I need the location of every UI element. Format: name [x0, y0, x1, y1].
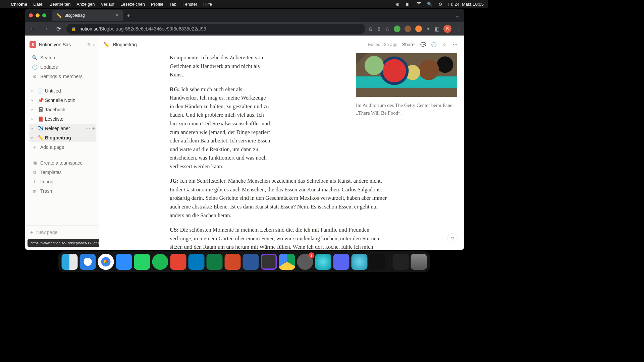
sidebar-page-leseliste[interactable]: ▸📕Leseliste	[29, 114, 96, 123]
dock-spotify[interactable]	[152, 254, 168, 270]
share-icon[interactable]: ⇪	[377, 26, 381, 32]
dock-system-settings[interactable]: 1	[297, 254, 313, 270]
bookmark-star-icon[interactable]: ☆	[385, 26, 390, 32]
share-button[interactable]: Share	[401, 42, 416, 47]
notebook-icon: 📓	[38, 107, 44, 112]
dock-safari[interactable]	[80, 254, 96, 270]
dock-trash[interactable]	[411, 254, 427, 270]
menu-tab[interactable]: Tab	[169, 2, 176, 7]
reload-button[interactable]: ⟳	[54, 26, 63, 32]
sidebar-new-page[interactable]: + New page	[26, 225, 99, 239]
paragraph[interactable]: JG: Ich bin Schriftsteller. Manche Mensc…	[170, 177, 388, 220]
menu-datei[interactable]: Datei	[33, 2, 43, 7]
clock-icon: 🕒	[32, 64, 38, 70]
dock-zoom[interactable]	[116, 254, 132, 270]
new-tab-button[interactable]: +	[127, 12, 130, 19]
sidebar-settings[interactable]: ⚙Settings & members	[29, 72, 96, 81]
dock-discord[interactable]	[333, 254, 350, 270]
paragraph[interactable]: Komponente. Ich sehe das Zubereiten von …	[170, 53, 267, 79]
sidebar-page-tagebuch[interactable]: ▸📓Tagebuch	[29, 105, 96, 114]
menu-fenster[interactable]: Fenster	[182, 2, 197, 7]
menu-profile[interactable]: Profile	[151, 2, 163, 7]
notion-sidebar: S Notion von Sas… ⇅ « 🔍Search 🕒Updates ⚙…	[26, 37, 99, 249]
dock-word[interactable]	[243, 254, 259, 270]
chevron-right-icon[interactable]: ▸	[32, 136, 36, 139]
sidebar-page-blogbeitrag[interactable]: ▸✏️Blogbeitrag	[29, 133, 96, 142]
google-translate-icon[interactable]: G	[369, 26, 373, 32]
dock-voice-memos[interactable]	[370, 254, 386, 270]
menu-lesezeichen[interactable]: Lesezeichen	[120, 2, 145, 7]
dock-whatsapp[interactable]	[134, 254, 150, 270]
sidebar-page-schnelle-notiz[interactable]: ▸📌Schnelle Notiz	[29, 96, 96, 105]
extension-orange-icon[interactable]	[415, 25, 422, 32]
collapse-sidebar-icon[interactable]: «	[93, 42, 96, 47]
dock-excel[interactable]	[207, 254, 223, 270]
dock-google-drive[interactable]	[279, 254, 295, 270]
paragraph[interactable]: RG: Ich sehe mich auch eher als Handwerk…	[170, 85, 270, 171]
menu-anzeigen[interactable]: Anzeigen	[76, 2, 95, 7]
page-more-icon[interactable]: ⋯	[86, 126, 90, 131]
dock-imovie[interactable]	[261, 254, 277, 270]
page-add-icon[interactable]: +	[92, 126, 95, 131]
sidebar-add-page[interactable]: +Add a page	[29, 142, 96, 152]
tab-close-icon[interactable]: ✕	[115, 13, 119, 18]
extension-brown-icon[interactable]	[405, 25, 411, 32]
more-menu-icon[interactable]: ⋯	[451, 42, 459, 47]
window-maximize-button[interactable]	[42, 13, 46, 17]
dock-mission-control[interactable]	[393, 254, 409, 270]
sidebar-page-reiseplaner[interactable]: ▸✈️Reiseplaner ⋯+	[29, 124, 96, 133]
dock-finder[interactable]	[62, 254, 78, 270]
spotlight-icon[interactable]: 🔍	[427, 1, 432, 7]
wifi-icon[interactable]	[416, 1, 422, 7]
menu-hilfe[interactable]: Hilfe	[203, 2, 212, 7]
window-minimize-button[interactable]	[36, 13, 40, 17]
plus-icon: +	[32, 144, 38, 150]
battery-icon[interactable]: ▮▯	[406, 1, 411, 7]
comments-icon[interactable]: 💬	[419, 42, 427, 47]
breadcrumb-title[interactable]: Blogbeitrag	[113, 42, 137, 47]
profile-avatar[interactable]: S	[443, 25, 451, 33]
extensions-puzzle-icon[interactable]: ✦	[426, 26, 430, 32]
menu-bearbeiten[interactable]: Bearbeiten	[49, 2, 70, 7]
side-panel-icon[interactable]: ◧	[434, 26, 439, 32]
chevron-right-icon[interactable]: ▸	[32, 89, 36, 93]
sidebar-templates[interactable]: ⧉Templates	[29, 168, 96, 177]
forward-button[interactable]: →	[41, 26, 50, 32]
dock-trello[interactable]	[189, 254, 205, 270]
sidebar-create-teamspace[interactable]: ▣Create a teamspace	[29, 158, 96, 167]
chevron-right-icon[interactable]: ▸	[32, 108, 36, 111]
paragraph[interactable]: CS: Die schönsten Momente in meinem Lebe…	[170, 226, 388, 249]
record-icon[interactable]: ◉	[395, 1, 400, 7]
history-icon[interactable]: 🕘	[430, 42, 437, 47]
figure-block[interactable]: Im Auditorium des The Getty Center beim …	[356, 53, 457, 117]
sidebar-updates[interactable]: 🕒Updates	[29, 62, 96, 71]
dock-todoist[interactable]	[170, 254, 186, 270]
sidebar-search[interactable]: 🔍Search	[29, 53, 96, 62]
chrome-menu-icon[interactable]: ⋮	[455, 26, 461, 32]
image-caption[interactable]: Im Auditorium des The Getty Center beim …	[356, 102, 457, 117]
document-body[interactable]: Komponente. Ich sehe das Zubereiten von …	[99, 52, 463, 249]
tab-list-chevron-icon[interactable]: ⌄	[455, 12, 460, 19]
menu-verlauf[interactable]: Verlauf	[101, 2, 114, 7]
dock-chrome[interactable]	[98, 254, 114, 270]
sidebar-trash[interactable]: 🗑Trash	[29, 186, 96, 195]
back-button[interactable]: ←	[28, 26, 38, 32]
extension-green-icon[interactable]	[394, 25, 400, 32]
workspace-switcher[interactable]: S Notion von Sas… ⇅ «	[26, 37, 99, 52]
dock-quicktime[interactable]	[352, 254, 368, 270]
menubar-app-name[interactable]: Chrome	[11, 2, 27, 7]
menubar-clock[interactable]: Fr. 24. März 10:05	[448, 2, 484, 7]
favorite-star-icon[interactable]: ☆	[441, 42, 448, 47]
help-button[interactable]: ?	[447, 233, 458, 243]
control-center-icon[interactable]: ⚙	[438, 1, 443, 7]
window-close-button[interactable]	[29, 13, 33, 17]
dock-powerpoint[interactable]	[225, 254, 241, 270]
dock-app-cyan[interactable]	[315, 254, 331, 270]
chevron-right-icon[interactable]: ▸	[32, 126, 36, 130]
browser-tab[interactable]: ✏️ Blogbeitrag ✕	[52, 10, 123, 21]
address-bar[interactable]: 🔒 notion.so/Blogbeitrag-552d8e6eb44346ee…	[66, 24, 365, 34]
chevron-right-icon[interactable]: ▸	[32, 117, 36, 121]
sidebar-page-untitled[interactable]: ▸📄Untitled	[29, 86, 96, 95]
sidebar-import[interactable]: ⭳Import	[29, 177, 96, 186]
chevron-right-icon[interactable]: ▸	[32, 98, 36, 102]
